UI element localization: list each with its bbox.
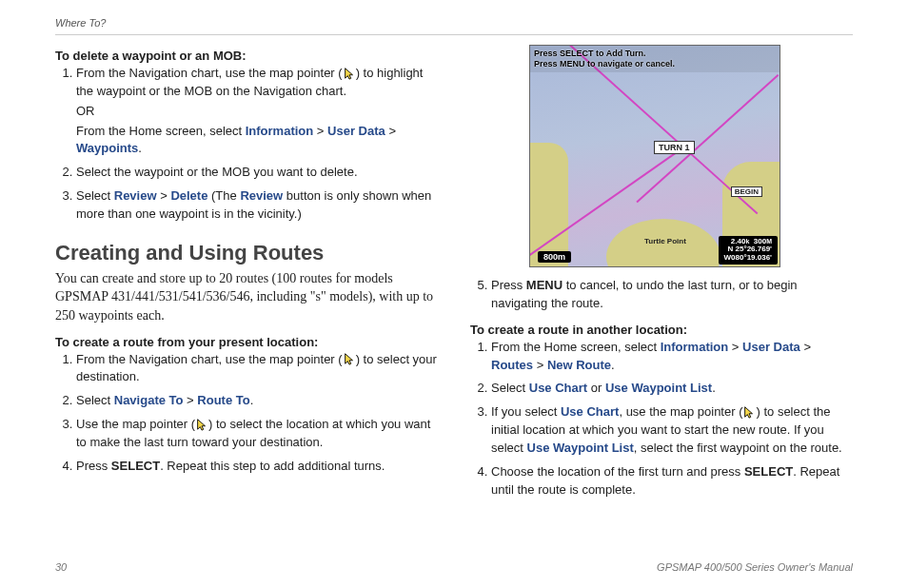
create-route-present-heading: To create a route from your present loca… <box>55 335 438 349</box>
navigate-to-link: Navigate To <box>114 393 184 407</box>
page-header: Where To? <box>55 17 853 35</box>
or-text: OR <box>76 103 438 121</box>
info-box: 2.40k 300M N 25°26.769' W080°19.036' <box>719 236 778 265</box>
delete-link: Delete <box>170 188 207 203</box>
shot-line1: Press SELECT to Add Turn. <box>534 49 776 59</box>
review-link-2: Review <box>240 188 283 203</box>
select-button-text-2: SELECT <box>744 464 793 479</box>
map-pointer-icon <box>195 418 208 431</box>
present-step-2: Select Navigate To > Route To. <box>76 392 438 410</box>
present-step-3: Use the map pointer () to select the loc… <box>76 416 438 452</box>
another-step-2: Select Use Chart or Use Waypoint List. <box>491 380 853 398</box>
user-data-link: User Data <box>327 124 385 138</box>
map-pointer-icon <box>343 67 356 80</box>
present-step-4: Press SELECT. Repeat this step to add ad… <box>76 458 438 476</box>
routes-intro: You can create and store up to 20 routes… <box>55 269 438 325</box>
use-wpl-link-2: Use Waypoint List <box>527 441 634 455</box>
another-step-4: Choose the location of the first turn an… <box>491 463 853 500</box>
delete-wp-heading: To delete a waypoint or an MOB: <box>55 49 438 63</box>
review-link: Review <box>114 188 157 203</box>
another-step-3: If you select Use Chart, use the map poi… <box>491 403 853 458</box>
device-screenshot: Press SELECT to Add Turn. Press MENU to … <box>529 45 780 267</box>
shot-line2: Press MENU to navigate or cancel. <box>534 59 776 69</box>
user-data-link-2: User Data <box>742 340 800 354</box>
create-route-another-heading: To create a route in another location: <box>470 323 853 337</box>
select-button-text: SELECT <box>111 459 160 473</box>
use-chart-link-2: Use Chart <box>561 404 619 419</box>
information-link: Information <box>246 124 314 138</box>
map-pointer-icon <box>742 405 756 419</box>
map-pointer-icon <box>343 352 356 365</box>
another-step-1: From the Home screen, select Information… <box>491 339 853 375</box>
page-number: 30 <box>55 561 67 573</box>
scale-label: 800m <box>538 251 571 263</box>
use-chart-link: Use Chart <box>529 381 587 395</box>
delete-step-3: Select Review > Delete (The Review butto… <box>76 187 438 224</box>
delete-step-1: From the Navigation chart, use the map p… <box>76 65 438 158</box>
manual-title: GPSMAP 400/500 Series Owner's Manual <box>657 561 853 573</box>
begin-label: BEGIN <box>731 186 762 197</box>
left-column: To delete a waypoint or an MOB: From the… <box>55 45 438 508</box>
turn-label: TURN 1 <box>654 141 695 154</box>
use-wpl-link: Use Waypoint List <box>605 381 712 395</box>
right-column: Press SELECT to Add Turn. Press MENU to … <box>470 45 853 508</box>
route-to-link: Route To <box>197 393 249 407</box>
new-route-link: New Route <box>547 358 611 372</box>
page-footer: 30 GPSMAP 400/500 Series Owner's Manual <box>55 561 853 573</box>
information-link-2: Information <box>661 340 729 354</box>
present-step-5: Press MENU to cancel, to undo the last t… <box>491 277 853 313</box>
present-step-1: From the Navigation chart, use the map p… <box>76 351 438 387</box>
waypoints-link: Waypoints <box>76 141 138 155</box>
delete-step-2: Select the waypoint or the MOB you want … <box>76 164 438 182</box>
menu-button-text: MENU <box>526 278 563 292</box>
routes-link: Routes <box>491 358 533 372</box>
creating-routes-heading: Creating and Using Routes <box>55 241 438 265</box>
turtle-point-label: Turtle Point <box>644 237 686 245</box>
